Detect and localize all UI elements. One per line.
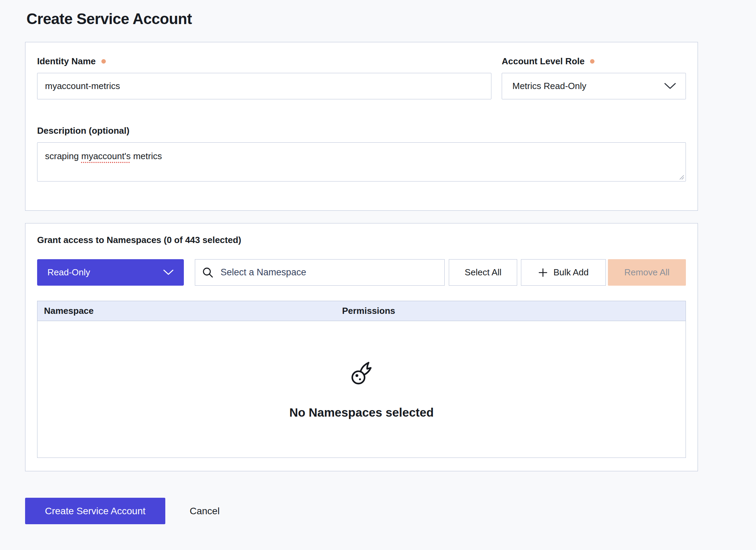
description-field-group: Description (optional) scraping myaccoun… [37,125,686,182]
bulk-add-label: Bulk Add [553,267,589,278]
namespace-search-input[interactable]: Select a Namespace [195,259,445,286]
grant-access-heading: Grant access to Namespaces (0 of 443 sel… [37,235,686,245]
cancel-button[interactable]: Cancel [190,506,220,517]
identity-name-label-text: Identity Name [37,56,96,67]
identity-name-label: Identity Name [37,56,491,67]
textarea-resize-handle-icon[interactable] [678,174,685,180]
required-dot-icon [590,59,594,64]
cancel-label: Cancel [190,506,220,516]
namespaces-table-header: Namespace Permissions [37,301,686,321]
account-level-role-label: Account Level Role [502,56,686,67]
chevron-down-icon [163,270,174,275]
permissions-column-header: Permissions [342,306,686,316]
namespaces-panel: Grant access to Namespaces (0 of 443 sel… [25,223,698,471]
description-label: Description (optional) [37,125,686,136]
namespace-search-placeholder: Select a Namespace [221,267,306,278]
search-icon [202,267,214,278]
account-level-role-field-group: Account Level Role Metrics Read-Only [502,56,686,99]
identity-name-input[interactable] [37,73,491,99]
create-service-account-label: Create Service Account [45,506,146,517]
select-all-button[interactable]: Select All [449,259,517,286]
required-dot-icon [101,59,106,64]
description-text-misspelled: myaccount's [81,151,131,161]
remove-all-label: Remove All [624,267,670,278]
description-textarea[interactable]: scraping myaccount's metrics [37,142,686,182]
namespace-role-dropdown[interactable]: Read-Only [37,259,184,286]
namespaces-toolbar: Read-Only Select a Namespace Select All … [37,259,686,286]
account-level-role-label-text: Account Level Role [502,56,585,67]
namespace-column-header: Namespace [37,306,342,316]
namespaces-table: Namespace Permissions No Namespaces sele… [37,301,686,458]
chevron-down-icon [664,83,676,89]
comet-icon [347,360,376,389]
description-label-text: Description (optional) [37,125,130,136]
create-service-account-button[interactable]: Create Service Account [25,498,165,524]
description-text-after: metrics [131,151,162,161]
description-text-before: scraping [45,151,81,161]
service-account-form-panel: Identity Name Account Level Role Metrics… [25,42,698,211]
bulk-add-button[interactable]: Bulk Add [521,259,606,286]
account-level-role-select[interactable]: Metrics Read-Only [502,73,686,99]
namespace-role-value: Read-Only [47,267,90,278]
account-level-role-value: Metrics Read-Only [512,81,586,91]
empty-state-message: No Namespaces selected [289,406,434,419]
identity-name-field-group: Identity Name [37,56,491,99]
page-title: Create Service Account [26,10,756,28]
footer-actions: Create Service Account Cancel [25,498,756,524]
remove-all-button[interactable]: Remove All [608,259,686,286]
select-all-label: Select All [465,267,501,278]
namespaces-empty-state: No Namespaces selected [37,321,686,458]
plus-icon [538,268,548,277]
